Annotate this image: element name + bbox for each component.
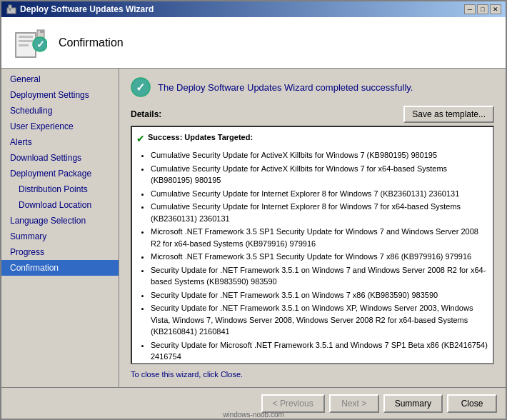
success-icon: ✓: [131, 77, 151, 97]
sidebar: GeneralDeployment SettingsSchedulingUser…: [1, 69, 119, 387]
sidebar-item-distribution-points[interactable]: Distribution Points: [1, 181, 119, 197]
window-title: Deploy Software Updates Wizard: [20, 4, 154, 14]
title-bar-buttons: ─ □ ✕: [464, 4, 501, 14]
success-check-icon: ✔: [136, 131, 145, 146]
next-button[interactable]: Next >: [329, 394, 379, 413]
close-window-button[interactable]: ✕: [490, 4, 501, 14]
svg-rect-2: [9, 9, 11, 11]
header-icon: ✓: [13, 26, 47, 60]
list-item: Security Update for .NET Framework 3.5.1…: [151, 302, 488, 338]
close-hint: To close this wizard, click Close.: [131, 370, 494, 379]
content-area: ✓ The Deploy Software Updates Wizard com…: [119, 69, 506, 387]
list-item: Security Update for Microsoft .NET Frame…: [151, 339, 488, 363]
list-item: Cumulative Security Update for ActiveX K…: [151, 149, 488, 161]
sidebar-item-deployment-package[interactable]: Deployment Package: [1, 166, 119, 181]
list-item: Cumulative Security Update for ActiveX K…: [151, 163, 488, 186]
list-item: Security Update for .NET Framework 3.5.1…: [151, 289, 488, 301]
previous-button[interactable]: < Previous: [261, 394, 325, 413]
sidebar-item-user-experience[interactable]: User Experience: [1, 119, 119, 134]
watermark: windows-noob.com: [223, 411, 284, 419]
list-item: Cumulative Security Update for Internet …: [151, 188, 488, 200]
title-bar: Deploy Software Updates Wizard ─ □ ✕: [1, 1, 506, 17]
main-content: GeneralDeployment SettingsSchedulingUser…: [1, 69, 506, 387]
sidebar-item-general[interactable]: General: [1, 71, 119, 87]
details-label: Details:: [131, 109, 161, 119]
details-box[interactable]: ✔ Success: Updates Targeted: Cumulative …: [131, 126, 494, 364]
list-item: Cumulative Security Update for Internet …: [151, 201, 488, 224]
save-template-button[interactable]: Save as template...: [403, 106, 494, 123]
sidebar-item-language-selection[interactable]: Language Selection: [1, 213, 119, 229]
minimize-button[interactable]: ─: [464, 4, 476, 14]
svg-text:✓: ✓: [136, 81, 145, 94]
app-icon: [6, 4, 17, 15]
close-button[interactable]: Close: [447, 394, 497, 413]
list-item: Microsoft .NET Framework 3.5 SP1 Securit…: [151, 251, 488, 263]
header-title: Confirmation: [59, 36, 124, 49]
success-line-text: Success: Updates Targeted:: [148, 131, 253, 144]
svg-rect-6: [19, 44, 29, 46]
success-line: ✔ Success: Updates Targeted:: [136, 131, 488, 146]
sidebar-item-download-location[interactable]: Download Location: [1, 197, 119, 213]
sidebar-item-deployment-settings[interactable]: Deployment Settings: [1, 87, 119, 103]
details-header: Details: Save as template...: [131, 106, 494, 123]
success-message: The Deploy Software Updates Wizard compl…: [158, 82, 413, 93]
svg-rect-5: [19, 40, 33, 42]
maximize-button[interactable]: □: [477, 4, 488, 14]
sidebar-item-summary[interactable]: Summary: [1, 229, 119, 244]
update-list: Cumulative Security Update for ActiveX K…: [151, 149, 488, 364]
svg-rect-4: [19, 36, 33, 38]
sidebar-item-alerts[interactable]: Alerts: [1, 134, 119, 150]
list-item: Security Update for Microsoft .NET Frame…: [151, 364, 488, 365]
sidebar-item-download-settings[interactable]: Download Settings: [1, 150, 119, 166]
sidebar-item-confirmation[interactable]: Confirmation: [1, 260, 119, 276]
list-item: Security Update for .NET Framework 3.5.1…: [151, 264, 488, 288]
summary-button[interactable]: Summary: [383, 394, 443, 413]
wizard-header: ✓ Confirmation: [1, 17, 506, 69]
success-banner: ✓ The Deploy Software Updates Wizard com…: [131, 77, 494, 97]
svg-rect-1: [9, 5, 11, 9]
list-item: Microsoft .NET Framework 3.5 SP1 Securit…: [151, 226, 488, 249]
sidebar-item-scheduling[interactable]: Scheduling: [1, 103, 119, 119]
sidebar-item-progress[interactable]: Progress: [1, 244, 119, 260]
svg-text:✓: ✓: [36, 39, 45, 50]
